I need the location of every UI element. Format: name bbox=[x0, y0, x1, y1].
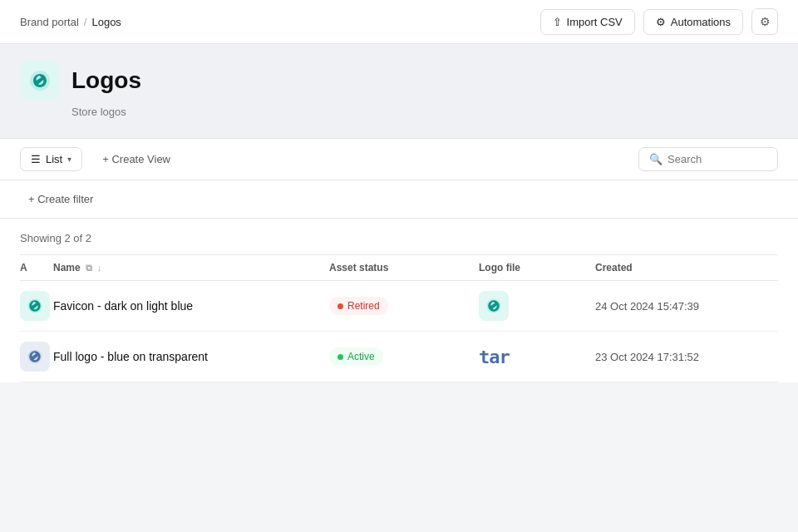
status-badge-retired: Retired bbox=[329, 297, 388, 315]
header-section: Logos Store logos bbox=[0, 44, 798, 139]
logo-header: Logos bbox=[20, 61, 778, 101]
asset-status-1: Retired bbox=[329, 297, 479, 315]
chevron-down-icon: ▾ bbox=[67, 155, 71, 164]
top-actions: ⇧ Import CSV ⚙ Automations ⚙ bbox=[540, 8, 778, 35]
page-subtitle: Store logos bbox=[71, 106, 778, 118]
copy-icon: ⧉ bbox=[86, 263, 92, 273]
logo-text-preview: tar bbox=[479, 347, 510, 367]
status-dot-active bbox=[337, 354, 343, 360]
page-title: Logos bbox=[71, 67, 141, 94]
sort-icon: ↓ bbox=[97, 263, 102, 273]
row-icon-1 bbox=[20, 291, 53, 321]
search-input[interactable] bbox=[667, 153, 767, 165]
breadcrumb-parent[interactable]: Brand portal bbox=[20, 16, 79, 28]
item-icon-1 bbox=[20, 291, 50, 321]
logo-thumb-1 bbox=[479, 291, 509, 321]
list-view-button[interactable]: ☰ List ▾ bbox=[20, 147, 82, 171]
create-view-button[interactable]: + Create View bbox=[92, 148, 180, 170]
breadcrumb: Brand portal / Logos bbox=[20, 16, 121, 28]
table-row: Favicon - dark on light blue Retired 24 … bbox=[20, 281, 778, 332]
filter-bar: + Create filter bbox=[0, 180, 798, 219]
page-logo-icon bbox=[20, 61, 60, 101]
showing-count: Showing 2 of 2 bbox=[20, 219, 778, 254]
search-box: 🔍 bbox=[638, 147, 778, 171]
list-icon: ☰ bbox=[31, 153, 41, 165]
table-row: Full logo - blue on transparent Active t… bbox=[20, 332, 778, 382]
breadcrumb-current: Logos bbox=[91, 16, 121, 28]
col-created-header: Created bbox=[595, 262, 778, 273]
top-bar: Brand portal / Logos ⇧ Import CSV ⚙ Auto… bbox=[0, 0, 798, 44]
toolbar-left: ☰ List ▾ + Create View bbox=[20, 147, 180, 171]
logo-file-2: tar bbox=[479, 347, 595, 367]
search-icon: 🔍 bbox=[649, 153, 663, 165]
import-csv-button[interactable]: ⇧ Import CSV bbox=[540, 9, 635, 35]
status-dot-retired bbox=[337, 303, 343, 309]
col-logo-file-header: Logo file bbox=[479, 262, 595, 273]
breadcrumb-separator: / bbox=[84, 16, 87, 28]
item-icon-2 bbox=[20, 342, 50, 372]
main-content: Showing 2 of 2 A Name ⧉ ↓ Asset status L… bbox=[0, 219, 798, 382]
automations-icon: ⚙ bbox=[656, 16, 666, 28]
asset-status-2: Active bbox=[329, 347, 479, 366]
upload-icon: ⇧ bbox=[553, 16, 562, 28]
item-name-1: Favicon - dark on light blue bbox=[53, 299, 329, 313]
created-date-1: 24 Oct 2024 15:47:39 bbox=[595, 300, 778, 313]
col-name-header: Name ⧉ ↓ bbox=[53, 262, 329, 273]
status-badge-active: Active bbox=[329, 347, 383, 366]
logo-file-1 bbox=[479, 291, 595, 321]
create-filter-button[interactable]: + Create filter bbox=[20, 189, 101, 209]
item-name-2: Full logo - blue on transparent bbox=[53, 350, 329, 363]
toolbar: ☰ List ▾ + Create View 🔍 bbox=[0, 139, 798, 180]
gear-icon: ⚙ bbox=[760, 15, 771, 28]
col-asset-status-header: Asset status bbox=[329, 262, 479, 273]
col-avatar-header: A bbox=[20, 262, 53, 273]
settings-button[interactable]: ⚙ bbox=[751, 8, 778, 35]
automations-button[interactable]: ⚙ Automations bbox=[643, 9, 743, 35]
created-date-2: 23 Oct 2024 17:31:52 bbox=[595, 351, 778, 363]
row-icon-2 bbox=[20, 342, 53, 372]
table-header: A Name ⧉ ↓ Asset status Logo file Create… bbox=[20, 254, 778, 281]
